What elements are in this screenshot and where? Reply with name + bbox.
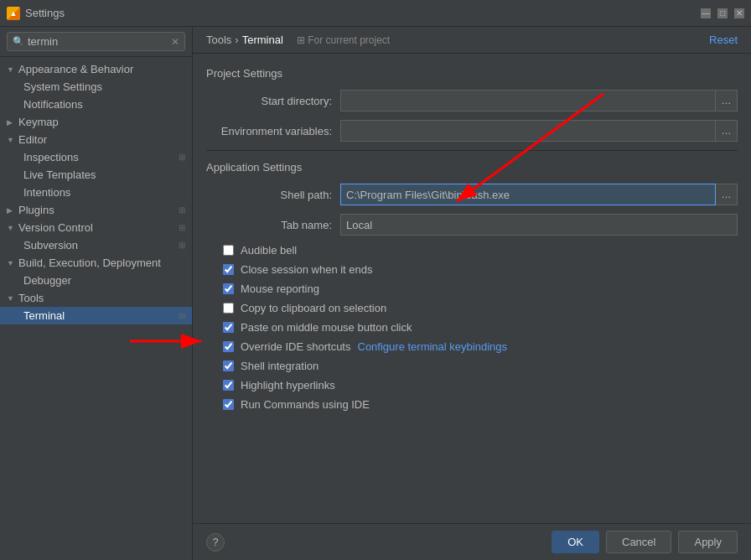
- mouse-reporting-label: Mouse reporting: [241, 283, 319, 295]
- sidebar-item-label: Appearance & Behavior: [18, 63, 133, 75]
- environment-variables-row: Environment variables: …: [206, 120, 738, 142]
- sidebar-item-version-control[interactable]: ▼ Version Control ⊞: [0, 219, 192, 236]
- copy-clipboard-checkbox[interactable]: [223, 303, 234, 314]
- sidebar-item-appearance-behavior[interactable]: ▼ Appearance & Behavior: [0, 60, 192, 78]
- content-area: Tools › Terminal ⊞ For current project R…: [193, 27, 751, 560]
- sidebar-item-label: Subversion: [23, 239, 78, 251]
- minimize-button[interactable]: —: [701, 8, 711, 18]
- breadcrumb-separator: ›: [235, 34, 238, 46]
- help-button[interactable]: ?: [206, 533, 225, 552]
- arrow-icon: ▼: [7, 224, 17, 232]
- window-controls[interactable]: — □ ✕: [701, 8, 744, 18]
- start-directory-label: Start directory:: [206, 95, 340, 107]
- environment-variables-browse-button[interactable]: …: [716, 120, 738, 142]
- run-commands-checkbox[interactable]: [223, 399, 234, 410]
- apply-button[interactable]: Apply: [678, 531, 738, 553]
- arrow-icon: ▼: [7, 136, 17, 144]
- dialog-footer: ? OK Cancel Apply: [193, 523, 751, 560]
- sidebar: 🔍 ✕ ▼ Appearance & Behavior System Setti…: [0, 27, 193, 560]
- close-session-row: Close session when it ends: [206, 263, 738, 276]
- app-icon: ▲: [7, 7, 20, 20]
- configure-keybindings-link[interactable]: Configure terminal keybindings: [358, 340, 507, 353]
- paste-middle-label: Paste on middle mouse button click: [241, 321, 412, 334]
- external-icon: ⊞: [179, 205, 185, 215]
- audible-bell-label: Audible bell: [241, 244, 297, 257]
- start-directory-input[interactable]: [340, 90, 716, 111]
- close-session-checkbox[interactable]: [223, 264, 234, 275]
- search-clear-icon[interactable]: ✕: [171, 36, 179, 48]
- start-directory-row: Start directory: …: [206, 90, 738, 111]
- search-input-wrap[interactable]: 🔍 ✕: [7, 32, 185, 51]
- ok-button[interactable]: OK: [552, 531, 599, 553]
- sidebar-item-label: Live Templates: [23, 169, 96, 181]
- sidebar-item-notifications[interactable]: Notifications: [0, 96, 192, 113]
- start-directory-browse-button[interactable]: …: [716, 90, 738, 111]
- dialog-wrapper: 🔍 ✕ ▼ Appearance & Behavior System Setti…: [0, 27, 751, 560]
- maximize-button[interactable]: □: [717, 8, 728, 18]
- shell-path-browse-button[interactable]: …: [716, 184, 738, 205]
- sidebar-item-label: Terminal: [23, 309, 65, 322]
- tab-name-label: Tab name:: [206, 219, 340, 231]
- content-body: Project Settings Start directory: … Envi…: [193, 54, 751, 523]
- sidebar-item-label: Plugins: [18, 204, 54, 216]
- sidebar-item-debugger[interactable]: Debugger: [0, 272, 192, 289]
- shell-integration-checkbox[interactable]: [223, 360, 234, 371]
- sidebar-item-system-settings[interactable]: System Settings: [0, 78, 192, 96]
- highlight-hyperlinks-row: Highlight hyperlinks: [206, 379, 738, 391]
- arrow-icon: ▶: [7, 118, 17, 127]
- copy-clipboard-row: Copy to clipboard on selection: [206, 302, 738, 314]
- sidebar-item-live-templates[interactable]: Live Templates: [0, 166, 192, 184]
- shell-path-input[interactable]: [340, 184, 716, 205]
- override-ide-checkbox[interactable]: [223, 341, 234, 352]
- content-header: Tools › Terminal ⊞ For current project R…: [193, 27, 751, 54]
- copy-clipboard-label: Copy to clipboard on selection: [241, 302, 386, 314]
- mouse-reporting-checkbox[interactable]: [223, 283, 234, 294]
- sidebar-tree: ▼ Appearance & Behavior System Settings …: [0, 57, 192, 560]
- audible-bell-checkbox[interactable]: [223, 245, 234, 256]
- sidebar-item-tools[interactable]: ▼ Tools: [0, 289, 192, 307]
- close-button[interactable]: ✕: [734, 8, 744, 18]
- project-settings-title: Project Settings: [206, 67, 738, 80]
- paste-middle-row: Paste on middle mouse button click: [206, 321, 738, 334]
- arrow-icon: ▼: [7, 294, 17, 303]
- application-settings-title: Application Settings: [206, 161, 738, 174]
- shell-integration-label: Shell integration: [241, 360, 319, 372]
- external-icon: ⊞: [179, 223, 185, 232]
- environment-variables-field: …: [340, 120, 738, 142]
- search-input[interactable]: [28, 35, 171, 48]
- shell-path-field: …: [340, 184, 738, 205]
- sidebar-item-label: Tools: [18, 292, 44, 304]
- title-bar-text: Settings: [25, 7, 701, 19]
- sidebar-item-label: Inspections: [23, 151, 79, 163]
- title-bar: ▲ Settings — □ ✕: [0, 0, 751, 27]
- tab-name-input[interactable]: [340, 214, 738, 236]
- highlight-hyperlinks-checkbox[interactable]: [223, 380, 234, 391]
- breadcrumb: Tools › Terminal: [206, 34, 283, 46]
- sidebar-item-terminal[interactable]: Terminal ⊞: [0, 307, 192, 324]
- paste-middle-checkbox[interactable]: [223, 322, 234, 333]
- cancel-button[interactable]: Cancel: [606, 531, 671, 553]
- settings-dialog: 🔍 ✕ ▼ Appearance & Behavior System Setti…: [0, 27, 751, 560]
- sidebar-item-label: System Settings: [23, 80, 102, 93]
- section-separator: [206, 150, 738, 151]
- sidebar-item-label: Editor: [18, 133, 47, 146]
- override-ide-row: Override IDE shortcuts Configure termina…: [206, 340, 738, 353]
- environment-variables-input[interactable]: [340, 120, 716, 142]
- sidebar-item-inspections[interactable]: Inspections ⊞: [0, 148, 192, 166]
- arrow-icon: ▼: [7, 259, 17, 267]
- sidebar-item-build-execution-deployment[interactable]: ▼ Build, Execution, Deployment: [0, 254, 192, 272]
- sidebar-item-label: Keymap: [18, 116, 59, 128]
- tab-name-row: Tab name:: [206, 214, 738, 236]
- sidebar-item-keymap[interactable]: ▶ Keymap: [0, 113, 192, 131]
- external-icon: ⊞: [179, 241, 185, 250]
- close-session-label: Close session when it ends: [241, 263, 373, 276]
- sidebar-item-editor[interactable]: ▼ Editor: [0, 131, 192, 148]
- tab-name-field: [340, 214, 738, 236]
- sidebar-item-subversion[interactable]: Subversion ⊞: [0, 236, 192, 254]
- reset-button[interactable]: Reset: [709, 34, 738, 46]
- breadcrumb-parent: Tools: [206, 34, 231, 46]
- sidebar-item-plugins[interactable]: ▶ Plugins ⊞: [0, 201, 192, 219]
- sidebar-item-intentions[interactable]: Intentions: [0, 184, 192, 201]
- external-icon: ⊞: [179, 311, 185, 320]
- arrow-icon: ▶: [7, 206, 17, 215]
